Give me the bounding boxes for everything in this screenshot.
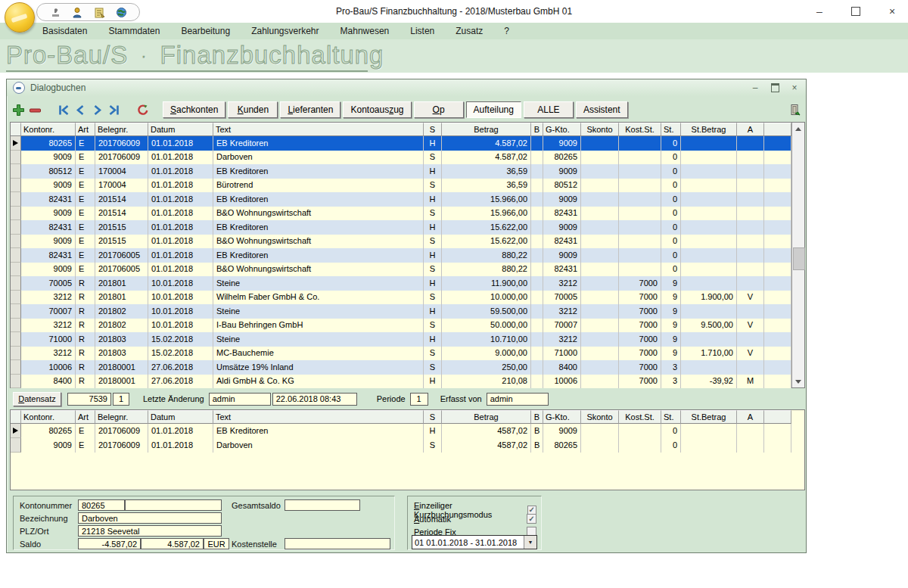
- table-row[interactable]: 71000R20180315.02.2018SteineH10.710,0032…: [11, 332, 791, 347]
- menu-item-zahlungsverkehr[interactable]: Zahlungsverkehr: [251, 26, 319, 36]
- toolbar-button-op[interactable]: Op: [414, 101, 464, 118]
- bezeichnung-field[interactable]: Darboven: [78, 512, 222, 524]
- table-row[interactable]: 80265E20170600901.01.2018EB KreditorenH4…: [11, 424, 791, 438]
- record-number-field[interactable]: 7539: [67, 393, 111, 406]
- dialog-restore-button[interactable]: [770, 82, 780, 93]
- scroll-down-button[interactable]: [792, 375, 804, 387]
- table-row[interactable]: 70007R20180210.01.2018SteineH59.500,0032…: [11, 304, 791, 319]
- toolbar-button-sachkonten[interactable]: Sachkonten: [163, 101, 225, 118]
- toolbar-button-alle[interactable]: ALLE: [524, 101, 574, 118]
- last-change-user-field[interactable]: admin: [209, 393, 271, 406]
- menu-item-basisdaten[interactable]: Basisdaten: [42, 26, 87, 36]
- prev-record-icon[interactable]: [72, 101, 89, 118]
- cell-stbetrag: [681, 179, 737, 193]
- saldo-field-1[interactable]: -4.587,02: [78, 538, 141, 549]
- table-row[interactable]: 3212R20180110.01.2018Wilhelm Faber GmbH …: [11, 291, 791, 305]
- detail-grid-panel: Kontonr.ArtBelegnr.DatumTextSBetragBG-Kt…: [10, 409, 805, 490]
- table-row[interactable]: 9009E20170600901.01.2018DarbovenS4587,02…: [11, 438, 791, 453]
- kontonummer-field[interactable]: 80265: [78, 499, 125, 511]
- table-row[interactable]: 80512E17000401.01.2018EB KreditorenH36,5…: [11, 164, 791, 179]
- cell-a: [737, 263, 764, 277]
- table-row[interactable]: 9009E20170600901.01.2018DarbovenS4.587,0…: [11, 151, 791, 165]
- chevron-down-icon[interactable]: ▼: [524, 536, 536, 549]
- exit-icon[interactable]: [786, 101, 803, 118]
- vertical-scrollbar[interactable]: [791, 123, 804, 387]
- cell-kontonr: 8400: [21, 375, 76, 389]
- periode-select[interactable]: 01 01.01.2018 - 31.01.2018 ▼: [412, 535, 537, 549]
- cell-betrag: 4587,02: [442, 438, 531, 453]
- cell-b: [531, 220, 543, 235]
- toolbar-button-kunden[interactable]: Kunden: [228, 101, 278, 118]
- col-header-stbetrag: St.Betrag: [681, 410, 737, 424]
- banner-title: Pro-Bau/S·Finanzbuchhaltung: [6, 41, 384, 70]
- cell-gkto: 3212: [543, 332, 581, 347]
- record-sub-field[interactable]: 1: [113, 393, 129, 406]
- table-row[interactable]: 80265E20170600901.01.2018EB KreditorenH4…: [11, 136, 791, 151]
- table-row[interactable]: 3212R20180315.02.2018MC-BauchemieS9.000,…: [11, 347, 791, 361]
- cell-b: [531, 179, 543, 193]
- toolbar-button-assistent[interactable]: Assistent: [576, 101, 628, 118]
- erfasst-von-field[interactable]: admin: [487, 393, 549, 406]
- last-record-icon[interactable]: [105, 101, 122, 118]
- close-button[interactable]: ×: [885, 5, 899, 18]
- checkbox-automatik[interactable]: ✓: [527, 514, 536, 524]
- cell-skonto: [581, 375, 619, 389]
- plz-ort-field[interactable]: 21218 Seevetal: [78, 525, 222, 537]
- table-row[interactable]: 82431E20170600501.01.2018EB KreditorenH8…: [11, 248, 791, 263]
- table-row[interactable]: 70005R20180110.01.2018SteineH11.900,0032…: [11, 276, 791, 291]
- datensatz-button[interactable]: Datensatz: [13, 392, 61, 406]
- maximize-button[interactable]: [849, 5, 863, 18]
- cell-gkto: 10006: [543, 375, 581, 389]
- cell-b: [531, 276, 543, 291]
- table-row[interactable]: 9009E17000401.01.2018BürotrendS36,598051…: [11, 179, 791, 193]
- cell-filler: [764, 276, 791, 291]
- saldo-field-2[interactable]: 4.587,02: [141, 538, 204, 549]
- scrollbar-thumb[interactable]: [793, 247, 805, 270]
- cell-b: [531, 235, 543, 249]
- menu-item-zusatz[interactable]: Zusatz: [456, 26, 483, 36]
- table-row[interactable]: 8400R2018000127.06.2018Aldi GmbH & Co. K…: [11, 375, 791, 389]
- table-row[interactable]: 9009E20170600501.01.2018B&O Wohnungswirt…: [11, 263, 791, 277]
- cell-belegnr: 201514: [95, 192, 148, 207]
- menu-item-bearbeitung[interactable]: Bearbeitung: [181, 26, 230, 36]
- cell-gkto: 3212: [543, 276, 581, 291]
- dialog-title-bar[interactable]: Dialogbuchen – ×: [7, 79, 806, 96]
- cell-b: [531, 192, 543, 207]
- delete-icon[interactable]: [26, 101, 43, 118]
- table-row[interactable]: 9009E20151401.01.2018B&O Wohnungswirtsch…: [11, 207, 791, 221]
- menu-item-listen[interactable]: Listen: [410, 26, 434, 36]
- menu-item-stammdaten[interactable]: Stammdaten: [108, 26, 160, 36]
- table-row[interactable]: 9009E20151501.01.2018B&O Wohnungswirtsch…: [11, 235, 791, 249]
- toolbar-button-kontoauszug[interactable]: Kontoauszug: [343, 101, 411, 118]
- table-row[interactable]: 10006R2018000127.06.2018Umsätze 19% Inla…: [11, 360, 791, 375]
- kostenstelle-field[interactable]: [285, 538, 390, 549]
- minimize-button[interactable]: –: [813, 5, 826, 18]
- row-marker: [11, 319, 21, 333]
- next-record-icon[interactable]: [89, 101, 105, 118]
- table-row[interactable]: 82431E20151401.01.2018EB KreditorenH15.9…: [11, 192, 791, 207]
- periode-field[interactable]: 1: [410, 393, 428, 406]
- menu-item-mahnwesen[interactable]: Mahnwesen: [340, 26, 390, 36]
- first-record-icon[interactable]: [55, 101, 72, 118]
- notes-icon[interactable]: [93, 6, 105, 18]
- gesamtsaldo-field[interactable]: [285, 499, 360, 511]
- dialog-minimize-button[interactable]: –: [750, 82, 760, 93]
- last-change-time-field[interactable]: 22.06.2018 08:43: [272, 393, 357, 406]
- stamp-icon[interactable]: [49, 6, 61, 18]
- table-row[interactable]: 82431E20151501.01.2018EB KreditorenH15.6…: [11, 220, 791, 235]
- scroll-up-button[interactable]: [792, 123, 804, 135]
- toolbar-button-lieferanten[interactable]: Lieferanten: [280, 101, 340, 118]
- cell-art: R: [76, 276, 95, 291]
- refresh-icon[interactable]: [134, 101, 151, 118]
- table-row[interactable]: 3212R20180210.01.2018I-Bau Behringen Gmb…: [11, 319, 791, 333]
- globe-icon[interactable]: [115, 6, 127, 18]
- menu-item-[interactable]: ?: [504, 26, 509, 36]
- dialog-close-button[interactable]: ×: [789, 82, 800, 93]
- kontonummer-extra-field[interactable]: [125, 499, 222, 511]
- user-icon[interactable]: [71, 6, 83, 18]
- toolbar-button-aufteilung[interactable]: Aufteilung: [466, 101, 521, 118]
- cell-a: [737, 151, 764, 165]
- cell-gkto: 82431: [543, 235, 581, 249]
- add-icon[interactable]: [10, 101, 26, 118]
- cell-s: S: [424, 360, 442, 375]
